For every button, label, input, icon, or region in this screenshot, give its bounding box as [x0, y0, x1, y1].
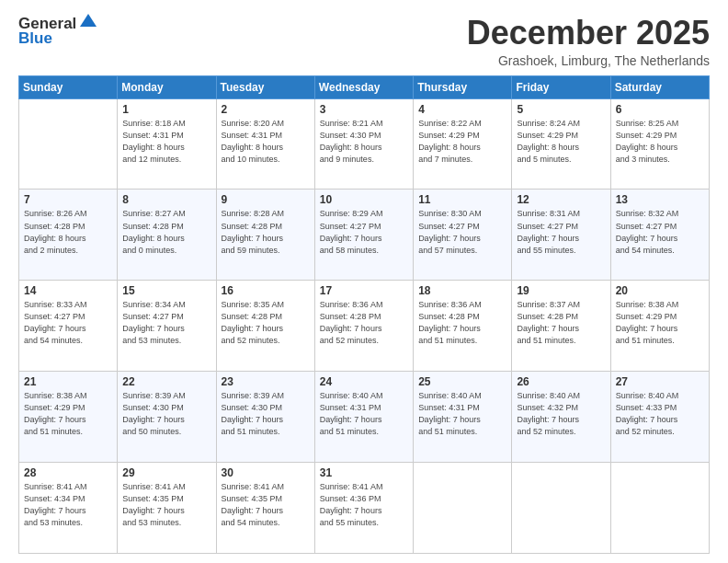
calendar-cell [19, 98, 118, 190]
col-header-friday: Friday [512, 75, 610, 98]
calendar-cell: 17Sunrise: 8:36 AM Sunset: 4:28 PM Dayli… [314, 281, 413, 372]
day-number: 9 [222, 193, 310, 206]
calendar-cell: 31Sunrise: 8:41 AM Sunset: 4:36 PM Dayli… [314, 463, 413, 554]
title-block: December 2025 Grashoek, Limburg, The Net… [467, 15, 710, 68]
day-info: Sunrise: 8:39 AM Sunset: 4:30 PM Dayligh… [222, 390, 310, 438]
day-number: 3 [320, 103, 408, 116]
day-number: 29 [122, 466, 210, 479]
calendar-cell [414, 463, 512, 554]
calendar-cell: 25Sunrise: 8:40 AM Sunset: 4:31 PM Dayli… [414, 372, 512, 463]
day-number: 14 [24, 284, 112, 297]
calendar-cell: 16Sunrise: 8:35 AM Sunset: 4:28 PM Dayli… [216, 281, 314, 372]
day-info: Sunrise: 8:32 AM Sunset: 4:27 PM Dayligh… [616, 208, 704, 256]
day-info: Sunrise: 8:18 AM Sunset: 4:31 PM Dayligh… [122, 118, 210, 166]
calendar-cell: 10Sunrise: 8:29 AM Sunset: 4:27 PM Dayli… [314, 190, 413, 281]
col-header-thursday: Thursday [414, 75, 512, 98]
col-header-sunday: Sunday [19, 75, 118, 98]
week-row-4: 28Sunrise: 8:41 AM Sunset: 4:34 PM Dayli… [19, 463, 710, 554]
calendar-cell [610, 463, 709, 554]
day-info: Sunrise: 8:40 AM Sunset: 4:31 PM Dayligh… [320, 390, 408, 438]
day-number: 4 [418, 103, 506, 116]
calendar-cell: 14Sunrise: 8:33 AM Sunset: 4:27 PM Dayli… [19, 281, 118, 372]
calendar-cell: 24Sunrise: 8:40 AM Sunset: 4:31 PM Dayli… [314, 372, 413, 463]
calendar-cell: 23Sunrise: 8:39 AM Sunset: 4:30 PM Dayli… [216, 372, 314, 463]
week-row-1: 7Sunrise: 8:26 AM Sunset: 4:28 PM Daylig… [19, 190, 710, 281]
day-number: 30 [222, 466, 310, 479]
day-info: Sunrise: 8:38 AM Sunset: 4:29 PM Dayligh… [24, 390, 112, 438]
day-info: Sunrise: 8:41 AM Sunset: 4:35 PM Dayligh… [222, 481, 310, 529]
calendar-cell: 29Sunrise: 8:41 AM Sunset: 4:35 PM Dayli… [118, 463, 216, 554]
calendar-cell: 18Sunrise: 8:36 AM Sunset: 4:28 PM Dayli… [414, 281, 512, 372]
day-info: Sunrise: 8:33 AM Sunset: 4:27 PM Dayligh… [24, 299, 112, 347]
logo: General Blue [18, 15, 98, 48]
day-info: Sunrise: 8:41 AM Sunset: 4:34 PM Dayligh… [24, 481, 112, 529]
day-number: 21 [24, 375, 112, 388]
page: General Blue December 2025 Grashoek, Lim… [0, 0, 728, 563]
day-number: 28 [24, 466, 112, 479]
calendar-cell: 28Sunrise: 8:41 AM Sunset: 4:34 PM Dayli… [19, 463, 118, 554]
calendar-cell: 22Sunrise: 8:39 AM Sunset: 4:30 PM Dayli… [118, 372, 216, 463]
day-info: Sunrise: 8:25 AM Sunset: 4:29 PM Dayligh… [616, 118, 704, 166]
col-header-tuesday: Tuesday [216, 75, 314, 98]
week-row-0: 1Sunrise: 8:18 AM Sunset: 4:31 PM Daylig… [19, 98, 710, 190]
day-info: Sunrise: 8:41 AM Sunset: 4:35 PM Dayligh… [122, 481, 210, 529]
day-info: Sunrise: 8:24 AM Sunset: 4:29 PM Dayligh… [517, 118, 605, 166]
day-number: 11 [418, 193, 506, 206]
calendar-cell [512, 463, 610, 554]
calendar-cell: 1Sunrise: 8:18 AM Sunset: 4:31 PM Daylig… [118, 98, 216, 190]
day-info: Sunrise: 8:40 AM Sunset: 4:33 PM Dayligh… [616, 390, 704, 438]
col-header-monday: Monday [118, 75, 216, 98]
month-title: December 2025 [467, 15, 710, 52]
calendar-cell: 26Sunrise: 8:40 AM Sunset: 4:32 PM Dayli… [512, 372, 610, 463]
day-number: 20 [616, 284, 704, 297]
calendar-cell: 7Sunrise: 8:26 AM Sunset: 4:28 PM Daylig… [19, 190, 118, 281]
calendar-table: SundayMondayTuesdayWednesdayThursdayFrid… [18, 75, 710, 554]
calendar-cell: 2Sunrise: 8:20 AM Sunset: 4:31 PM Daylig… [216, 98, 314, 190]
day-info: Sunrise: 8:38 AM Sunset: 4:29 PM Dayligh… [616, 299, 704, 347]
day-info: Sunrise: 8:28 AM Sunset: 4:28 PM Dayligh… [222, 208, 310, 256]
day-number: 25 [418, 375, 506, 388]
day-number: 18 [418, 284, 506, 297]
day-info: Sunrise: 8:41 AM Sunset: 4:36 PM Dayligh… [320, 481, 408, 529]
day-info: Sunrise: 8:20 AM Sunset: 4:31 PM Dayligh… [222, 118, 310, 166]
day-number: 24 [320, 375, 408, 388]
day-info: Sunrise: 8:36 AM Sunset: 4:28 PM Dayligh… [418, 299, 506, 347]
week-row-2: 14Sunrise: 8:33 AM Sunset: 4:27 PM Dayli… [19, 281, 710, 372]
svg-marker-0 [80, 14, 97, 27]
day-number: 5 [517, 103, 605, 116]
day-number: 12 [517, 193, 605, 206]
day-number: 17 [320, 284, 408, 297]
day-number: 22 [122, 375, 210, 388]
calendar-cell: 27Sunrise: 8:40 AM Sunset: 4:33 PM Dayli… [610, 372, 709, 463]
day-info: Sunrise: 8:30 AM Sunset: 4:27 PM Dayligh… [418, 208, 506, 256]
day-number: 2 [222, 103, 310, 116]
day-info: Sunrise: 8:21 AM Sunset: 4:30 PM Dayligh… [320, 118, 408, 166]
logo-icon [78, 12, 98, 29]
calendar-cell: 15Sunrise: 8:34 AM Sunset: 4:27 PM Dayli… [118, 281, 216, 372]
day-info: Sunrise: 8:22 AM Sunset: 4:29 PM Dayligh… [418, 118, 506, 166]
calendar-cell: 19Sunrise: 8:37 AM Sunset: 4:28 PM Dayli… [512, 281, 610, 372]
calendar-cell: 21Sunrise: 8:38 AM Sunset: 4:29 PM Dayli… [19, 372, 118, 463]
day-number: 1 [122, 103, 210, 116]
day-info: Sunrise: 8:29 AM Sunset: 4:27 PM Dayligh… [320, 208, 408, 256]
day-info: Sunrise: 8:40 AM Sunset: 4:31 PM Dayligh… [418, 390, 506, 438]
col-header-wednesday: Wednesday [314, 75, 413, 98]
calendar-cell: 12Sunrise: 8:31 AM Sunset: 4:27 PM Dayli… [512, 190, 610, 281]
day-number: 13 [616, 193, 704, 206]
calendar-cell: 6Sunrise: 8:25 AM Sunset: 4:29 PM Daylig… [610, 98, 709, 190]
calendar-cell: 3Sunrise: 8:21 AM Sunset: 4:30 PM Daylig… [314, 98, 413, 190]
week-row-3: 21Sunrise: 8:38 AM Sunset: 4:29 PM Dayli… [19, 372, 710, 463]
day-number: 27 [616, 375, 704, 388]
day-info: Sunrise: 8:35 AM Sunset: 4:28 PM Dayligh… [222, 299, 310, 347]
day-number: 23 [222, 375, 310, 388]
col-header-saturday: Saturday [610, 75, 709, 98]
day-info: Sunrise: 8:40 AM Sunset: 4:32 PM Dayligh… [517, 390, 605, 438]
day-number: 10 [320, 193, 408, 206]
calendar-cell: 11Sunrise: 8:30 AM Sunset: 4:27 PM Dayli… [414, 190, 512, 281]
day-number: 31 [320, 466, 408, 479]
day-info: Sunrise: 8:36 AM Sunset: 4:28 PM Dayligh… [320, 299, 408, 347]
day-info: Sunrise: 8:31 AM Sunset: 4:27 PM Dayligh… [517, 208, 605, 256]
location: Grashoek, Limburg, The Netherlands [467, 53, 710, 68]
day-number: 19 [517, 284, 605, 297]
day-info: Sunrise: 8:34 AM Sunset: 4:27 PM Dayligh… [122, 299, 210, 347]
